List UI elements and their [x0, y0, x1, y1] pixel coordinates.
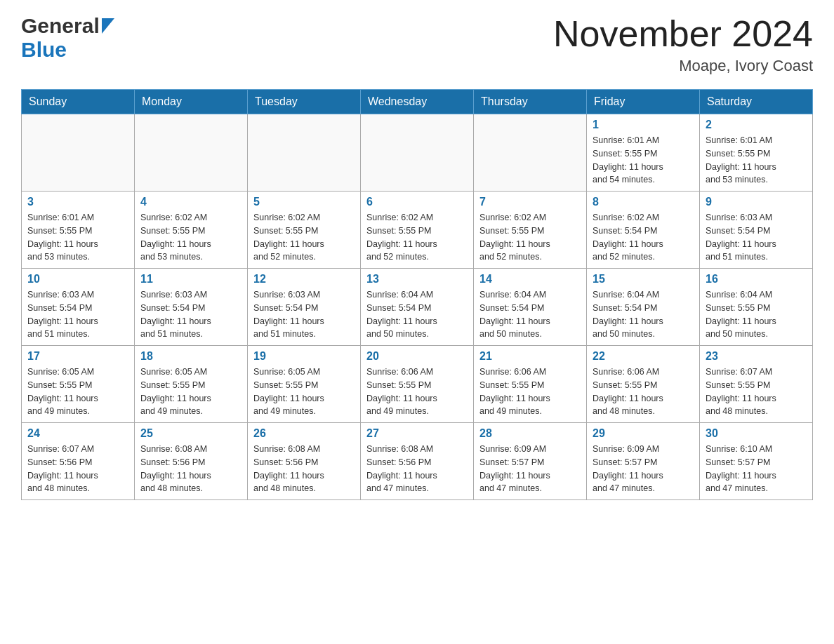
day-number: 29 — [593, 427, 694, 440]
day-number: 27 — [366, 427, 468, 440]
calendar-cell: 2Sunrise: 6:01 AM Sunset: 5:55 PM Daylig… — [700, 114, 813, 192]
day-info: Sunrise: 6:10 AM Sunset: 5:57 PM Dayligh… — [706, 443, 807, 495]
day-number: 11 — [140, 273, 241, 286]
calendar-cell: 27Sunrise: 6:08 AM Sunset: 5:56 PM Dayli… — [361, 423, 474, 500]
calendar-cell: 19Sunrise: 6:05 AM Sunset: 5:55 PM Dayli… — [248, 346, 361, 423]
day-number: 25 — [140, 427, 241, 440]
day-info: Sunrise: 6:04 AM Sunset: 5:55 PM Dayligh… — [706, 288, 807, 341]
weekday-header-wednesday: Wednesday — [361, 90, 474, 114]
day-info: Sunrise: 6:05 AM Sunset: 5:55 PM Dayligh… — [253, 365, 355, 418]
calendar-cell: 14Sunrise: 6:04 AM Sunset: 5:54 PM Dayli… — [474, 269, 587, 346]
calendar-header-row: SundayMondayTuesdayWednesdayThursdayFrid… — [22, 90, 813, 114]
weekday-header-thursday: Thursday — [474, 90, 587, 114]
day-number: 8 — [593, 196, 694, 208]
day-number: 3 — [27, 196, 128, 208]
day-number: 22 — [593, 350, 694, 363]
calendar-cell: 17Sunrise: 6:05 AM Sunset: 5:55 PM Dayli… — [22, 346, 135, 423]
calendar-cell: 12Sunrise: 6:03 AM Sunset: 5:54 PM Dayli… — [248, 269, 361, 346]
day-info: Sunrise: 6:02 AM Sunset: 5:55 PM Dayligh… — [479, 211, 581, 264]
day-number: 14 — [479, 273, 581, 286]
day-number: 6 — [366, 196, 468, 208]
week-row-5: 24Sunrise: 6:07 AM Sunset: 5:56 PM Dayli… — [22, 423, 813, 500]
calendar-cell: 4Sunrise: 6:02 AM Sunset: 5:55 PM Daylig… — [135, 192, 248, 269]
calendar-cell: 9Sunrise: 6:03 AM Sunset: 5:54 PM Daylig… — [700, 192, 813, 269]
weekday-header-monday: Monday — [135, 90, 248, 114]
calendar-cell: 23Sunrise: 6:07 AM Sunset: 5:55 PM Dayli… — [700, 346, 813, 423]
day-info: Sunrise: 6:09 AM Sunset: 5:57 PM Dayligh… — [479, 443, 581, 495]
month-title: November 2024 — [553, 14, 813, 54]
page-header: General Blue November 2024 Moape, Ivory … — [21, 14, 813, 75]
day-info: Sunrise: 6:08 AM Sunset: 5:56 PM Dayligh… — [366, 443, 468, 495]
logo-general-text: General — [21, 14, 100, 38]
day-info: Sunrise: 6:07 AM Sunset: 5:55 PM Dayligh… — [706, 365, 807, 418]
day-number: 7 — [479, 196, 581, 208]
day-info: Sunrise: 6:06 AM Sunset: 5:55 PM Dayligh… — [593, 365, 694, 418]
calendar-cell: 20Sunrise: 6:06 AM Sunset: 5:55 PM Dayli… — [361, 346, 474, 423]
svg-marker-0 — [102, 18, 114, 34]
day-number: 23 — [706, 350, 807, 363]
logo-blue-text: Blue — [21, 38, 67, 61]
calendar-cell — [22, 114, 135, 192]
day-number: 28 — [479, 427, 581, 440]
logo: General Blue — [21, 14, 114, 62]
calendar-cell: 13Sunrise: 6:04 AM Sunset: 5:54 PM Dayli… — [361, 269, 474, 346]
calendar-cell: 6Sunrise: 6:02 AM Sunset: 5:55 PM Daylig… — [361, 192, 474, 269]
day-number: 10 — [27, 273, 128, 286]
weekday-header-tuesday: Tuesday — [248, 90, 361, 114]
calendar-cell: 18Sunrise: 6:05 AM Sunset: 5:55 PM Dayli… — [135, 346, 248, 423]
day-info: Sunrise: 6:02 AM Sunset: 5:54 PM Dayligh… — [593, 211, 694, 264]
day-number: 2 — [706, 119, 807, 131]
day-number: 17 — [27, 350, 128, 363]
week-row-2: 3Sunrise: 6:01 AM Sunset: 5:55 PM Daylig… — [22, 192, 813, 269]
calendar-table: SundayMondayTuesdayWednesdayThursdayFrid… — [21, 89, 813, 500]
day-number: 1 — [593, 119, 694, 131]
day-number: 12 — [253, 273, 355, 286]
calendar-cell: 5Sunrise: 6:02 AM Sunset: 5:55 PM Daylig… — [248, 192, 361, 269]
calendar-cell: 22Sunrise: 6:06 AM Sunset: 5:55 PM Dayli… — [587, 346, 700, 423]
day-info: Sunrise: 6:02 AM Sunset: 5:55 PM Dayligh… — [253, 211, 355, 264]
day-info: Sunrise: 6:05 AM Sunset: 5:55 PM Dayligh… — [27, 365, 128, 418]
day-info: Sunrise: 6:03 AM Sunset: 5:54 PM Dayligh… — [140, 288, 241, 341]
calendar-cell — [248, 114, 361, 192]
calendar-cell — [474, 114, 587, 192]
day-number: 19 — [253, 350, 355, 363]
location-title: Moape, Ivory Coast — [553, 57, 813, 75]
calendar-cell: 29Sunrise: 6:09 AM Sunset: 5:57 PM Dayli… — [587, 423, 700, 500]
calendar-cell: 25Sunrise: 6:08 AM Sunset: 5:56 PM Dayli… — [135, 423, 248, 500]
calendar-cell: 11Sunrise: 6:03 AM Sunset: 5:54 PM Dayli… — [135, 269, 248, 346]
day-number: 16 — [706, 273, 807, 286]
calendar-cell: 26Sunrise: 6:08 AM Sunset: 5:56 PM Dayli… — [248, 423, 361, 500]
day-number: 5 — [253, 196, 355, 208]
day-number: 13 — [366, 273, 468, 286]
day-info: Sunrise: 6:07 AM Sunset: 5:56 PM Dayligh… — [27, 443, 128, 495]
day-number: 26 — [253, 427, 355, 440]
day-number: 4 — [140, 196, 241, 208]
day-number: 9 — [706, 196, 807, 208]
calendar-cell: 28Sunrise: 6:09 AM Sunset: 5:57 PM Dayli… — [474, 423, 587, 500]
day-info: Sunrise: 6:09 AM Sunset: 5:57 PM Dayligh… — [593, 443, 694, 495]
calendar-cell: 30Sunrise: 6:10 AM Sunset: 5:57 PM Dayli… — [700, 423, 813, 500]
weekday-header-friday: Friday — [587, 90, 700, 114]
week-row-4: 17Sunrise: 6:05 AM Sunset: 5:55 PM Dayli… — [22, 346, 813, 423]
day-number: 24 — [27, 427, 128, 440]
day-info: Sunrise: 6:01 AM Sunset: 5:55 PM Dayligh… — [706, 134, 807, 187]
day-info: Sunrise: 6:02 AM Sunset: 5:55 PM Dayligh… — [366, 211, 468, 264]
logo-triangle-icon — [102, 18, 114, 36]
calendar-cell: 16Sunrise: 6:04 AM Sunset: 5:55 PM Dayli… — [700, 269, 813, 346]
day-info: Sunrise: 6:02 AM Sunset: 5:55 PM Dayligh… — [140, 211, 241, 264]
day-info: Sunrise: 6:06 AM Sunset: 5:55 PM Dayligh… — [366, 365, 468, 418]
day-info: Sunrise: 6:03 AM Sunset: 5:54 PM Dayligh… — [706, 211, 807, 264]
calendar-cell: 7Sunrise: 6:02 AM Sunset: 5:55 PM Daylig… — [474, 192, 587, 269]
calendar-cell — [361, 114, 474, 192]
calendar-cell — [135, 114, 248, 192]
calendar-cell: 1Sunrise: 6:01 AM Sunset: 5:55 PM Daylig… — [587, 114, 700, 192]
day-info: Sunrise: 6:04 AM Sunset: 5:54 PM Dayligh… — [366, 288, 468, 341]
day-info: Sunrise: 6:04 AM Sunset: 5:54 PM Dayligh… — [479, 288, 581, 341]
day-info: Sunrise: 6:01 AM Sunset: 5:55 PM Dayligh… — [593, 134, 694, 187]
title-area: November 2024 Moape, Ivory Coast — [553, 14, 813, 75]
calendar-cell: 3Sunrise: 6:01 AM Sunset: 5:55 PM Daylig… — [22, 192, 135, 269]
day-number: 20 — [366, 350, 468, 363]
day-info: Sunrise: 6:08 AM Sunset: 5:56 PM Dayligh… — [140, 443, 241, 495]
day-info: Sunrise: 6:08 AM Sunset: 5:56 PM Dayligh… — [253, 443, 355, 495]
weekday-header-saturday: Saturday — [700, 90, 813, 114]
